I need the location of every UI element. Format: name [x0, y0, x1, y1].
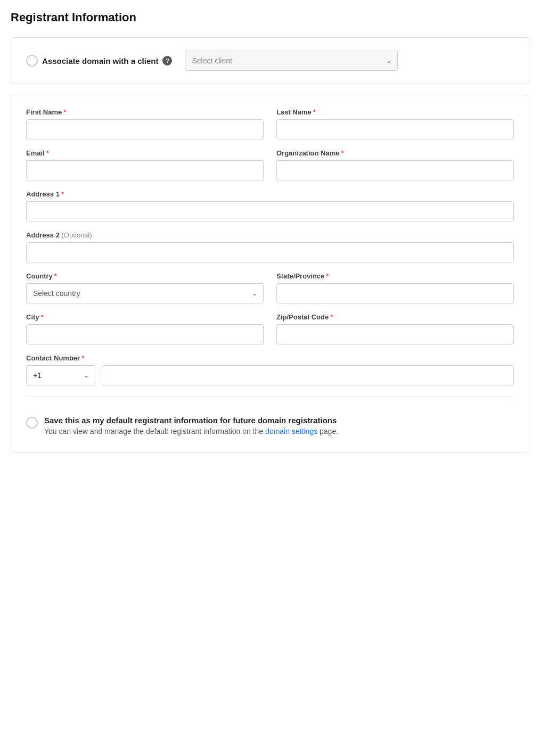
address1-group: Address 1*: [26, 190, 514, 221]
state-label: State/Province*: [276, 272, 514, 280]
page-title: Registrant Information: [11, 11, 529, 24]
state-input[interactable]: [276, 283, 514, 303]
city-input[interactable]: [26, 324, 264, 344]
contact-required: *: [81, 354, 84, 362]
save-default-section: Save this as my default registrant infor…: [26, 407, 514, 440]
registrant-form-card: First Name* Last Name* Email* Organizati…: [11, 95, 529, 453]
zip-input[interactable]: [276, 324, 514, 344]
save-default-title: Save this as my default registrant infor…: [44, 416, 338, 425]
org-name-label: Organization Name*: [276, 149, 514, 157]
zip-group: Zip/Postal Code*: [276, 313, 514, 344]
last-name-group: Last Name*: [276, 108, 514, 139]
org-name-required: *: [341, 149, 343, 157]
first-name-input[interactable]: [26, 119, 264, 139]
phone-prefix-wrapper: +1 ⌄: [26, 365, 95, 385]
email-group: Email*: [26, 149, 264, 180]
contact-label: Contact Number*: [26, 354, 514, 362]
client-select-wrapper: Select client ⌄: [185, 51, 398, 71]
domain-settings-link[interactable]: domain settings: [265, 427, 317, 435]
associate-domain-radio[interactable]: [26, 55, 38, 67]
city-group: City*: [26, 313, 264, 344]
country-state-row: Country* Select country ⌄ State/Province…: [26, 272, 514, 303]
phone-prefix-select[interactable]: +1: [26, 365, 95, 385]
address2-optional: (Optional): [62, 231, 92, 239]
last-name-required: *: [313, 108, 316, 116]
save-default-radio[interactable]: [26, 417, 38, 429]
address2-label: Address 2 (Optional): [26, 231, 514, 239]
last-name-label: Last Name*: [276, 108, 514, 116]
email-org-row: Email* Organization Name*: [26, 149, 514, 180]
city-zip-row: City* Zip/Postal Code*: [26, 313, 514, 344]
city-label: City*: [26, 313, 264, 321]
state-required: *: [326, 272, 329, 280]
associate-domain-card: Associate domain with a client ? Select …: [11, 37, 529, 84]
zip-required: *: [330, 313, 333, 321]
address1-input[interactable]: [26, 201, 514, 221]
address2-group: Address 2 (Optional): [26, 231, 514, 262]
contact-row: Contact Number* +1 ⌄: [26, 354, 514, 385]
save-default-desc: You can view and manage the default regi…: [44, 427, 338, 435]
name-row: First Name* Last Name*: [26, 108, 514, 139]
org-name-group: Organization Name*: [276, 149, 514, 180]
country-required: *: [54, 272, 57, 280]
email-required: *: [46, 149, 49, 157]
associate-domain-label: Associate domain with a client: [42, 56, 158, 65]
first-name-group: First Name*: [26, 108, 264, 139]
zip-label: Zip/Postal Code*: [276, 313, 514, 321]
email-label: Email*: [26, 149, 264, 157]
country-group: Country* Select country ⌄: [26, 272, 264, 303]
address2-row: Address 2 (Optional): [26, 231, 514, 262]
help-icon[interactable]: ?: [162, 56, 172, 65]
client-select[interactable]: Select client: [185, 51, 398, 71]
address1-required: *: [61, 190, 64, 198]
country-select-wrapper: Select country ⌄: [26, 283, 264, 303]
state-group: State/Province*: [276, 272, 514, 303]
address2-input[interactable]: [26, 242, 514, 262]
email-input[interactable]: [26, 160, 264, 180]
first-name-label: First Name*: [26, 108, 264, 116]
first-name-required: *: [63, 108, 66, 116]
address1-label: Address 1*: [26, 190, 514, 198]
last-name-input[interactable]: [276, 119, 514, 139]
country-label: Country*: [26, 272, 264, 280]
address1-row: Address 1*: [26, 190, 514, 221]
save-default-text-group: Save this as my default registrant infor…: [44, 416, 338, 435]
org-name-input[interactable]: [276, 160, 514, 180]
country-select[interactable]: Select country: [26, 283, 264, 303]
phone-number-input[interactable]: [102, 365, 514, 385]
city-required: *: [41, 313, 44, 321]
form-divider: [26, 396, 514, 397]
contact-group: Contact Number* +1 ⌄: [26, 354, 514, 385]
contact-number-row: +1 ⌄: [26, 365, 514, 385]
